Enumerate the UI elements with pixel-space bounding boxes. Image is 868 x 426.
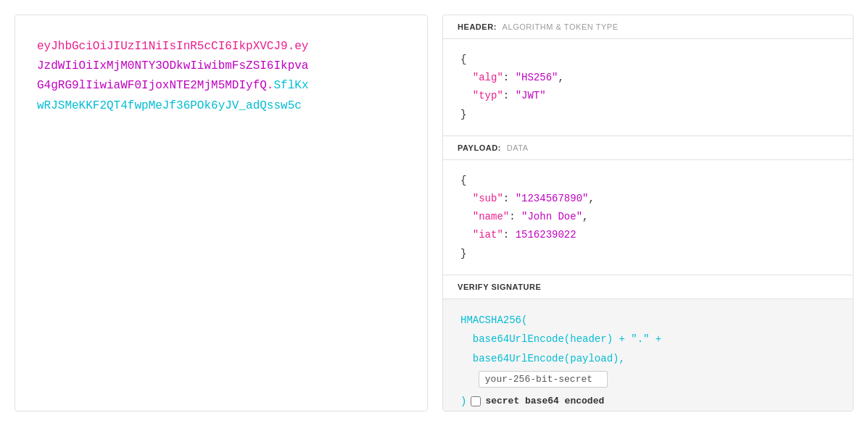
verify-line2: base64UrlEncode(header) + "." + bbox=[460, 330, 835, 349]
header-close-brace: } bbox=[460, 109, 466, 120]
payload-iat-key: "iat" bbox=[473, 229, 503, 241]
verify-section: VERIFY SIGNATURE HMACSHA256( base64UrlEn… bbox=[443, 275, 853, 412]
base64-encoded-checkbox[interactable] bbox=[471, 396, 481, 406]
verify-section-header: VERIFY SIGNATURE bbox=[443, 275, 853, 299]
header-section-header: HEADER: ALGORITHM & TOKEN TYPE bbox=[443, 15, 853, 39]
payload-section-header: PAYLOAD: DATA bbox=[443, 136, 853, 160]
verify-secret-row bbox=[460, 369, 835, 389]
payload-section: PAYLOAD: DATA { "sub": "1234567890", "na… bbox=[443, 136, 853, 275]
payload-name-key: "name" bbox=[473, 211, 509, 222]
header-json: { "alg": "HS256", "typ": "JWT" } bbox=[460, 51, 835, 124]
payload-open-brace: { bbox=[460, 175, 466, 186]
header-alg-value: "HS256" bbox=[516, 72, 558, 83]
payload-iat-value: 1516239022 bbox=[516, 229, 576, 241]
verify-line3: base64UrlEncode(payload), bbox=[460, 349, 835, 369]
token-part2-end: SflKx bbox=[273, 79, 308, 92]
header-alg-key: "alg" bbox=[473, 72, 503, 83]
token-part2-line1: JzdWIiOiIxMjM0NTY3ODkwIiwibmFsZSI6Ikpva bbox=[37, 59, 308, 72]
payload-subtitle: DATA bbox=[507, 143, 529, 152]
token-part1-end: ey bbox=[294, 40, 308, 53]
base64-encoded-label[interactable]: secret base64 encoded bbox=[471, 393, 604, 411]
decoded-panel: HEADER: ALGORITHM & TOKEN TYPE { "alg": … bbox=[442, 14, 853, 412]
payload-label: PAYLOAD: bbox=[458, 143, 501, 152]
verify-line1: HMACSHA256( bbox=[460, 311, 835, 330]
header-subtitle: ALGORITHM & TOKEN TYPE bbox=[503, 22, 619, 31]
verify-body: HMACSHA256( base64UrlEncode(header) + ".… bbox=[443, 299, 853, 412]
payload-sub-value: "1234567890" bbox=[516, 193, 589, 204]
header-typ-value: "JWT" bbox=[516, 90, 546, 101]
verify-code: HMACSHA256( base64UrlEncode(header) + ".… bbox=[460, 311, 835, 412]
header-typ-key: "typ" bbox=[473, 90, 503, 101]
header-open-brace: { bbox=[460, 54, 466, 65]
payload-json: { "sub": "1234567890", "name": "John Doe… bbox=[460, 172, 835, 263]
token-part3: wRJSMeKKF2QT4fwpMeJf36POk6yJV_adQssw5c bbox=[37, 99, 302, 112]
main-container: eyJhbGciOiJIUzI1NiIsInR5cCI6IkpXVCJ9.ey … bbox=[15, 14, 853, 412]
verify-footer: ) secret base64 encoded bbox=[460, 392, 835, 412]
header-section: HEADER: ALGORITHM & TOKEN TYPE { "alg": … bbox=[443, 15, 853, 136]
header-label: HEADER: bbox=[458, 22, 497, 31]
payload-body: { "sub": "1234567890", "name": "John Doe… bbox=[443, 160, 853, 275]
jwt-token-panel: eyJhbGciOiJIUzI1NiIsInR5cCI6IkpXVCJ9.ey … bbox=[15, 14, 428, 412]
verify-label: VERIFY SIGNATURE bbox=[458, 283, 541, 291]
token-part2-line2: G4gRG9lIiwiaWF0IjoxNTE2MjM5MDIyfQ bbox=[37, 79, 267, 92]
header-body: { "alg": "HS256", "typ": "JWT" } bbox=[443, 39, 853, 135]
jwt-token-text: eyJhbGciOiJIUzI1NiIsInR5cCI6IkpXVCJ9.ey … bbox=[37, 37, 308, 116]
payload-close-brace: } bbox=[460, 248, 466, 259]
token-part1: eyJhbGciOiJIUzI1NiIsInR5cCI6IkpXVCJ9 bbox=[37, 40, 288, 53]
base64-encoded-text: secret base64 encoded bbox=[485, 393, 604, 411]
payload-name-value: "John Doe" bbox=[521, 211, 582, 222]
secret-input[interactable] bbox=[479, 371, 608, 388]
token-dot1: . bbox=[288, 40, 295, 53]
payload-sub-key: "sub" bbox=[473, 193, 503, 204]
